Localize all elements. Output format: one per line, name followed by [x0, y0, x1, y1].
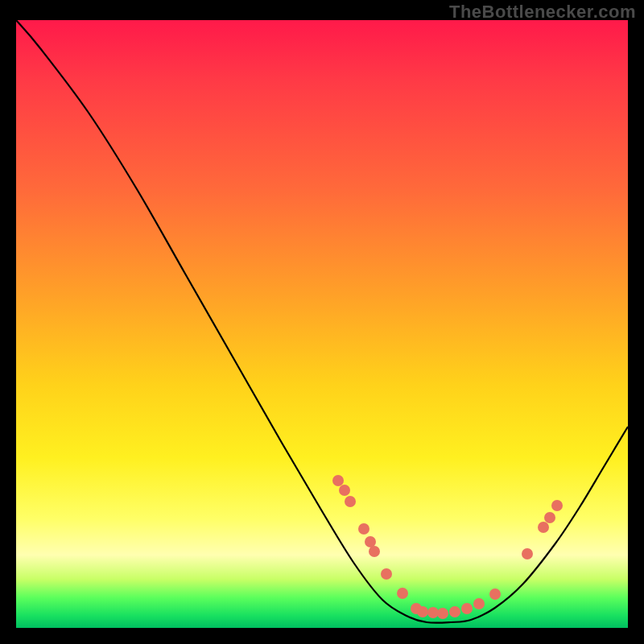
- scatter-dot: [365, 536, 376, 547]
- scatter-dot: [345, 496, 356, 507]
- scatter-dot: [427, 607, 439, 618]
- scatter-dot: [397, 588, 408, 599]
- scatter-dot: [449, 606, 460, 617]
- scatter-dot: [522, 548, 533, 559]
- watermark-label: TheBottlenecker.com: [449, 2, 636, 23]
- scatter-dot: [544, 512, 555, 523]
- scatter-dot: [369, 546, 380, 557]
- plot-area: [16, 20, 628, 628]
- scatter-dot: [332, 475, 344, 486]
- scatter-dot: [538, 522, 549, 533]
- scatter-dot: [358, 523, 369, 535]
- scatter-dot: [381, 568, 392, 580]
- scatter-dot: [437, 608, 448, 619]
- curve-svg: [16, 20, 628, 628]
- scatter-group: [332, 475, 563, 619]
- bottleneck-curve: [16, 20, 628, 623]
- scatter-dot: [339, 485, 350, 496]
- scatter-dot: [417, 606, 428, 617]
- chart-frame: TheBottlenecker.com: [0, 0, 644, 644]
- scatter-dot: [551, 500, 563, 511]
- scatter-dot: [489, 588, 501, 600]
- scatter-dot: [461, 603, 473, 614]
- scatter-dot: [473, 598, 485, 609]
